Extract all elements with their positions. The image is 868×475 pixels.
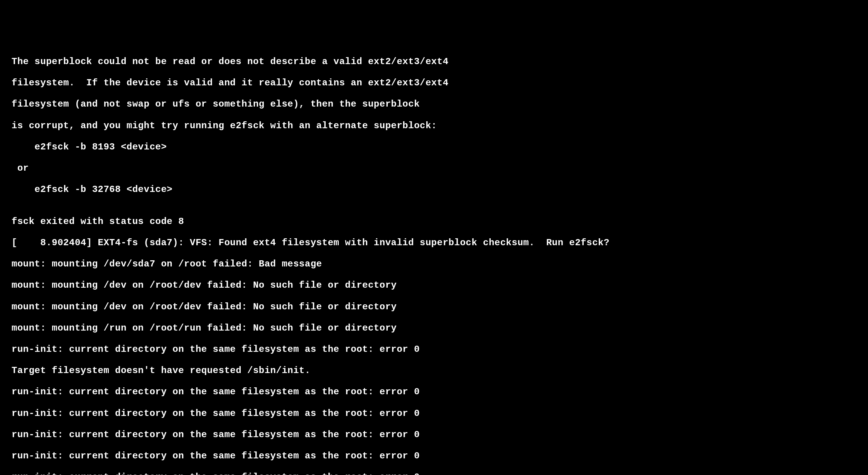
terminal-line: [ 8.902404] EXT4-fs (sda7): VFS: Found e… bbox=[12, 238, 860, 248]
terminal-line: is corrupt, and you might try running e2… bbox=[12, 120, 860, 131]
terminal-line: run-init: current directory on the same … bbox=[12, 408, 860, 419]
terminal-line: run-init: current directory on the same … bbox=[12, 429, 860, 440]
terminal-line: run-init: current directory on the same … bbox=[12, 451, 860, 461]
terminal-line: mount: mounting /run on /root/run failed… bbox=[12, 323, 860, 334]
terminal-line: e2fsck -b 32768 <device> bbox=[12, 184, 860, 195]
terminal-line: run-init: current directory on the same … bbox=[12, 387, 860, 397]
terminal-line: mount: mounting /dev on /root/dev failed… bbox=[12, 280, 860, 291]
terminal-line: run-init: current directory on the same … bbox=[12, 344, 860, 355]
terminal-line: mount: mounting /dev/sda7 on /root faile… bbox=[12, 259, 860, 270]
terminal-line: run-init: current directory on the same … bbox=[12, 472, 860, 475]
terminal-line: fsck exited with status code 8 bbox=[12, 216, 860, 227]
terminal-line: or bbox=[12, 163, 860, 174]
terminal-line: mount: mounting /dev on /root/dev failed… bbox=[12, 302, 860, 312]
terminal-line: filesystem. If the device is valid and i… bbox=[12, 78, 860, 88]
terminal-output: The superblock could not be read or does… bbox=[12, 46, 860, 475]
terminal-line: e2fsck -b 8193 <device> bbox=[12, 142, 860, 153]
terminal-line: Target filesystem doesn't have requested… bbox=[12, 365, 860, 376]
terminal-line: filesystem (and not swap or ufs or somet… bbox=[12, 99, 860, 110]
terminal-line: The superblock could not be read or does… bbox=[12, 56, 860, 67]
